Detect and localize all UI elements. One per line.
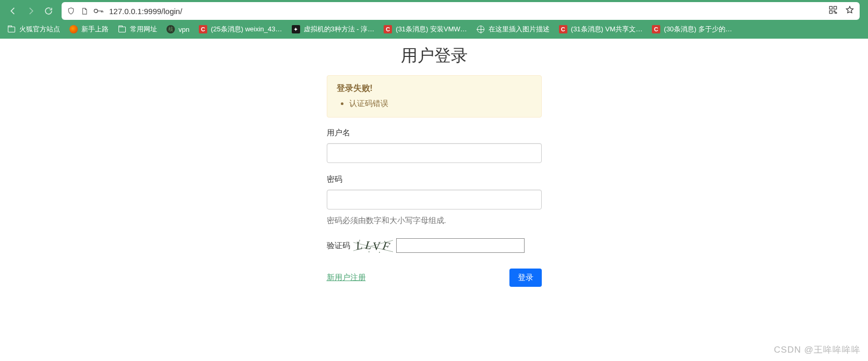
svg-point-11 [368, 251, 370, 252]
site-icon: 核 [167, 25, 175, 33]
password-label: 密码 [327, 174, 542, 184]
bookmark-item[interactable]: ✦ 虚拟机的3种方法 - 淳… [288, 23, 379, 36]
bookmark-label: (30条消息) 多于少的… [664, 25, 732, 34]
forward-button[interactable] [22, 2, 40, 20]
bookmark-label: 在这里插入图片描述 [489, 25, 550, 34]
watermark: CSDN @王哞哞哞哞 [774, 344, 861, 356]
shield-icon [67, 7, 75, 15]
qr-icon[interactable] [828, 5, 838, 17]
svg-point-13 [379, 252, 380, 253]
login-button[interactable]: 登录 [509, 269, 542, 287]
bookmark-item[interactable]: C (31条消息) 安装VMW… [379, 23, 471, 36]
page-content: 用户登录 登录失败! 认证码错误 用户名 密码 密码必须由数字和大小写字母组成.… [0, 39, 868, 287]
username-input[interactable] [327, 143, 542, 163]
register-link[interactable]: 新用户注册 [327, 273, 366, 283]
browser-chrome: 127.0.0.1:9999/login/ 火狐官方站点 新手上路 常用网址 [0, 0, 868, 39]
firefox-icon [69, 25, 78, 33]
bookmark-item[interactable]: 新手上路 [65, 23, 113, 36]
bookmark-label: vpn [179, 26, 189, 33]
svg-point-0 [94, 9, 98, 13]
captcha-image[interactable]: L L V F [353, 237, 393, 254]
svg-rect-3 [829, 11, 832, 14]
page-icon [80, 7, 88, 15]
bookmark-item[interactable]: 常用网址 [114, 23, 161, 36]
form-actions: 新用户注册 登录 [327, 269, 542, 287]
username-label: 用户名 [327, 128, 542, 138]
bookmark-label: 常用网址 [130, 25, 157, 34]
bookmark-item[interactable]: 在这里插入图片描述 [472, 23, 554, 36]
site-icon: C [384, 25, 392, 33]
star-icon[interactable] [845, 5, 854, 17]
bookmark-item[interactable]: 核 vpn [162, 24, 194, 35]
captcha-input[interactable] [396, 238, 525, 253]
bookmark-item[interactable]: C (31条消息) VM共享文… [555, 23, 647, 36]
svg-text:V: V [372, 239, 382, 253]
svg-rect-2 [834, 6, 837, 9]
folder-icon [7, 25, 16, 33]
site-icon: C [559, 25, 567, 33]
site-icon: C [652, 25, 660, 33]
globe-icon [477, 25, 485, 33]
alert-item: 认证码错误 [349, 97, 532, 110]
folder-icon [118, 25, 126, 33]
svg-point-10 [359, 240, 360, 241]
bookmark-label: (31条消息) VM共享文… [571, 25, 643, 34]
svg-rect-1 [829, 6, 832, 9]
bookmark-label: (25条消息) weixin_43… [211, 25, 282, 34]
browser-toolbar: 127.0.0.1:9999/login/ [0, 0, 868, 22]
bookmark-label: 新手上路 [81, 25, 109, 34]
svg-text:L: L [364, 238, 372, 252]
svg-point-12 [384, 241, 385, 242]
page-title: 用户登录 [327, 44, 542, 67]
url-bar[interactable]: 127.0.0.1:9999/login/ [62, 2, 860, 20]
password-input[interactable] [327, 190, 542, 209]
site-icon: C [199, 25, 207, 33]
password-hint: 密码必须由数字和大小写字母组成. [327, 216, 542, 226]
site-icon: ✦ [292, 25, 300, 33]
alert-title: 登录失败! [337, 84, 373, 92]
bookmark-item[interactable]: C (25条消息) weixin_43… [195, 23, 287, 36]
bookmark-item[interactable]: C (30条消息) 多于少的… [648, 23, 736, 36]
key-icon [93, 7, 104, 15]
bookmark-label: (31条消息) 安装VMW… [396, 25, 467, 34]
bookmarks-bar: 火狐官方站点 新手上路 常用网址 核 vpn C (25条消息) weixin_… [0, 22, 868, 39]
url-text: 127.0.0.1:9999/login/ [109, 7, 823, 16]
captcha-row: 验证码 L L V F [327, 237, 542, 254]
back-button[interactable] [4, 2, 22, 20]
captcha-label: 验证码 [327, 241, 350, 251]
bookmark-label: 火狐官方站点 [19, 25, 60, 34]
bookmark-item[interactable]: 火狐官方站点 [3, 23, 64, 36]
reload-button[interactable] [40, 2, 57, 20]
bookmark-label: 虚拟机的3种方法 - 淳… [304, 25, 375, 34]
login-panel: 用户登录 登录失败! 认证码错误 用户名 密码 密码必须由数字和大小写字母组成.… [327, 39, 542, 287]
alert-warning: 登录失败! 认证码错误 [327, 75, 542, 118]
